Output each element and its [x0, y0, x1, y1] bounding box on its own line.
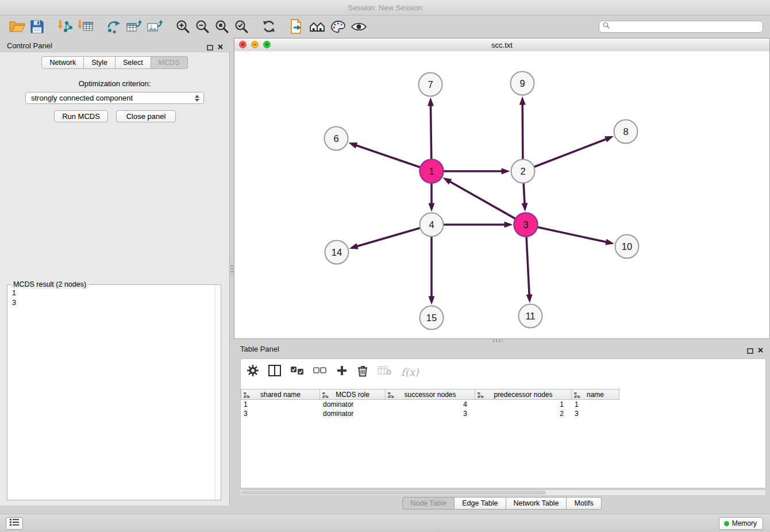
table-cell: 2 — [475, 409, 572, 418]
result-scrollbar[interactable] — [215, 285, 221, 500]
svg-text:15: 15 — [426, 313, 437, 323]
graph-node-10[interactable]: 10 — [615, 235, 639, 259]
export-network-icon[interactable] — [106, 17, 121, 36]
table-row[interactable]: 3dominator323 — [241, 409, 765, 418]
application-window: Session: New Session — [0, 0, 770, 532]
table-panel-close-icon[interactable] — [757, 345, 764, 356]
graph-node-1[interactable]: 1 — [420, 160, 444, 183]
control-panel-close-icon[interactable] — [217, 42, 224, 52]
table-panel-tabs: Node TableEdge TableNetwork TableMotifs — [234, 497, 770, 510]
settings-gear-icon[interactable] — [247, 364, 259, 379]
open-session-icon[interactable] — [9, 17, 25, 36]
table-toolbar: f(x) — [247, 363, 419, 381]
mcds-result-title: MCDS result (2 nodes) — [11, 280, 88, 288]
zoom-fit-icon[interactable] — [214, 17, 229, 36]
graph-edge-2-3[interactable] — [523, 183, 525, 204]
zoom-in-icon[interactable] — [175, 17, 190, 36]
select-all-icon[interactable] — [290, 366, 304, 378]
window-controls — [239, 41, 271, 48]
graph-node-7[interactable]: 7 — [419, 73, 442, 97]
run-mcds-button[interactable]: Run MCDS — [54, 110, 108, 122]
tab-motifs[interactable]: Motifs — [567, 497, 601, 510]
graph-node-6[interactable]: 6 — [325, 127, 348, 151]
mcds-result-lines: 13 — [12, 288, 16, 308]
graph-node-11[interactable]: 11 — [519, 304, 542, 328]
close-window-icon[interactable] — [239, 41, 247, 48]
deselect-all-icon[interactable] — [313, 366, 327, 378]
split-panel-icon[interactable] — [268, 365, 281, 379]
column-header-successor-nodes[interactable]: successor nodes — [386, 389, 475, 400]
save-session-icon[interactable] — [30, 17, 44, 36]
graph-edge-2-9[interactable] — [522, 103, 523, 159]
graph-edge-arrowhead — [429, 203, 435, 212]
table-row[interactable]: 1dominator411 — [241, 400, 765, 409]
column-header-MCDS-role[interactable]: MCDS role — [320, 389, 386, 400]
column-header-predecessor-nodes[interactable]: predecessor nodes — [475, 389, 572, 400]
graph-node-4[interactable]: 4 — [420, 213, 444, 237]
delete-table-icon — [378, 365, 392, 378]
graph-node-2[interactable]: 2 — [511, 160, 535, 183]
memory-button-label: Memory — [732, 519, 757, 527]
graph-edge-1-6[interactable] — [356, 145, 420, 167]
show-hide-graphics-icon[interactable] — [351, 17, 367, 36]
horizontal-splitter-handle[interactable] — [493, 340, 502, 342]
result-line: 1 — [12, 288, 16, 298]
hierarchy-icon — [573, 392, 580, 398]
add-column-icon[interactable] — [336, 365, 348, 379]
search-input[interactable] — [613, 22, 759, 31]
task-history-button[interactable] — [6, 517, 23, 530]
graph-node-8[interactable]: 8 — [614, 120, 638, 144]
scrollbar-thumb[interactable] — [241, 491, 546, 495]
graph-node-15[interactable]: 15 — [420, 306, 444, 330]
tab-mcds[interactable]: MCDS — [151, 56, 188, 69]
tab-select[interactable]: Select — [116, 56, 151, 69]
window-title: Session: New Session — [348, 3, 422, 12]
tab-style[interactable]: Style — [84, 56, 116, 69]
graph-node-14[interactable]: 14 — [325, 241, 349, 264]
table-horizontal-scrollbar[interactable] — [240, 489, 766, 496]
import-table-icon[interactable] — [78, 17, 94, 36]
table-panel-title: Table Panel — [240, 345, 279, 353]
delete-column-icon[interactable] — [357, 364, 368, 379]
tab-node-table[interactable]: Node Table — [402, 497, 455, 510]
svg-text:2: 2 — [520, 166, 525, 176]
memory-button[interactable]: Memory — [719, 517, 763, 530]
column-header-name[interactable]: name — [572, 389, 619, 400]
tab-network[interactable]: Network — [41, 56, 84, 69]
column-header-shared-name[interactable]: shared name — [241, 389, 320, 400]
graph-edge-3-1[interactable] — [449, 182, 515, 219]
graph-edge-2-8[interactable] — [534, 139, 607, 167]
network-window-titlebar[interactable]: scc.txt — [234, 38, 769, 52]
export-image-icon[interactable] — [147, 17, 163, 36]
list-icon — [9, 518, 20, 529]
graph-edge-arrowhead — [429, 296, 435, 305]
dropdown-stepper-icon — [195, 95, 199, 102]
tab-edge-table[interactable]: Edge Table — [455, 497, 506, 510]
table-panel-float-icon[interactable] — [747, 346, 753, 356]
table-cell: 1 — [241, 400, 320, 409]
graph-edge-3-11[interactable] — [526, 237, 529, 295]
criterion-dropdown[interactable]: strongly connected component — [25, 92, 204, 104]
style-paint-icon[interactable] — [330, 17, 346, 36]
graph-edge-4-14[interactable] — [356, 228, 419, 246]
zoom-selected-icon[interactable] — [234, 17, 249, 36]
export-table-icon[interactable] — [126, 17, 142, 36]
graph-edge-3-10[interactable] — [538, 228, 607, 242]
tab-network-table[interactable]: Network Table — [506, 497, 567, 510]
refresh-view-icon[interactable] — [261, 17, 276, 36]
svg-text:6: 6 — [333, 133, 338, 144]
graph-node-9[interactable]: 9 — [511, 72, 534, 95]
vertical-splitter-handle[interactable] — [230, 265, 233, 275]
close-panel-button[interactable]: Close panel — [116, 110, 176, 122]
first-neighbors-icon[interactable] — [309, 17, 326, 36]
maximize-window-icon[interactable] — [263, 41, 271, 48]
open-network-file-icon[interactable] — [289, 17, 304, 36]
graph-edge-1-7[interactable] — [430, 105, 431, 159]
network-canvas[interactable]: 7968124314101511 — [234, 51, 769, 338]
import-network-icon[interactable] — [57, 17, 73, 36]
zoom-out-icon[interactable] — [195, 17, 210, 36]
minimize-window-icon[interactable] — [251, 41, 259, 48]
search-field[interactable] — [599, 21, 763, 33]
control-panel-title: Control Panel — [7, 41, 52, 50]
graph-node-3[interactable]: 3 — [514, 213, 538, 237]
